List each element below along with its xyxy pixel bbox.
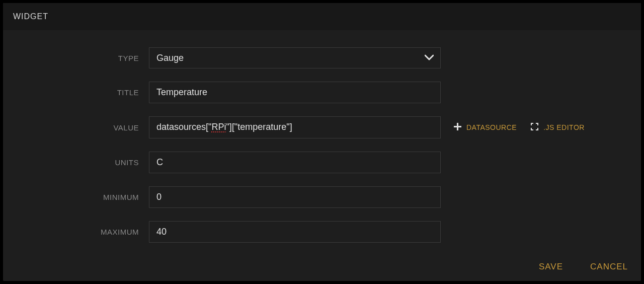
row-value: VALUE datasources["RPi"]["temperature"] … xyxy=(13,116,631,138)
maximum-input[interactable] xyxy=(149,221,441,243)
row-title: TITLE xyxy=(13,82,631,103)
row-maximum: MAXIMUM xyxy=(13,221,631,243)
label-minimum: MINIMUM xyxy=(13,193,149,201)
expand-icon xyxy=(531,123,538,132)
label-maximum: MAXIMUM xyxy=(13,228,149,236)
units-input[interactable] xyxy=(149,152,441,173)
value-text-prefix: datasources[" xyxy=(156,122,211,132)
jseditor-button[interactable]: .JS EDITOR xyxy=(531,123,585,132)
cancel-button[interactable]: CANCEL xyxy=(590,262,628,272)
save-button[interactable]: SAVE xyxy=(539,262,563,272)
value-text-suffix: "]["temperature"] xyxy=(226,122,292,132)
widget-dialog: WIDGET TYPE Gauge TITLE VALUE xyxy=(3,3,641,281)
row-units: UNITS xyxy=(13,152,631,173)
plus-icon xyxy=(454,123,461,132)
datasource-button[interactable]: DATASOURCE xyxy=(454,123,517,132)
label-value: VALUE xyxy=(13,123,149,132)
label-units: UNITS xyxy=(13,158,149,167)
row-type: TYPE Gauge xyxy=(13,47,631,68)
dialog-footer: SAVE CANCEL xyxy=(3,253,641,281)
jseditor-label: .JS EDITOR xyxy=(543,123,585,131)
form-body: TYPE Gauge TITLE VALUE datasources["RPi"… xyxy=(3,30,641,266)
label-type: TYPE xyxy=(13,54,149,62)
value-side-actions: DATASOURCE .JS EDITOR xyxy=(454,123,585,132)
type-select-wrap: Gauge xyxy=(149,47,441,68)
datasource-label: DATASOURCE xyxy=(466,123,517,131)
value-input[interactable]: datasources["RPi"]["temperature"] xyxy=(149,116,441,138)
row-minimum: MINIMUM xyxy=(13,186,631,208)
type-select[interactable]: Gauge xyxy=(149,47,441,68)
minimum-input[interactable] xyxy=(149,186,441,208)
dialog-title: WIDGET xyxy=(3,3,641,30)
value-text-rpi: RPi xyxy=(211,122,226,132)
title-input[interactable] xyxy=(149,82,441,103)
label-title: TITLE xyxy=(13,88,149,97)
